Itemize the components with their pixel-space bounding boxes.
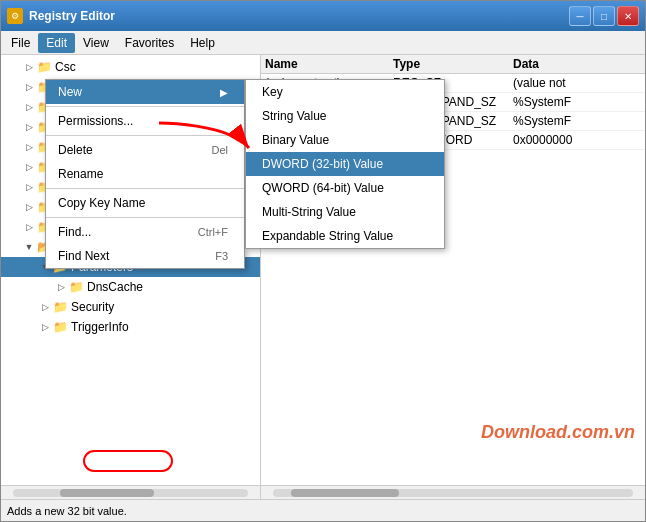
submenu-qword-value[interactable]: QWORD (64-bit) Value [246,176,444,200]
menu-favorites[interactable]: Favorites [117,33,182,53]
tree-item-dnscachesubkey[interactable]: ▷ 📁 DnsCache [1,277,260,297]
submenu-qword-value-label: QWORD (64-bit) Value [262,181,384,195]
delete-label: Delete [58,143,93,157]
expander-dclocator: ▷ [21,102,37,112]
expander-cscservice: ▷ [21,82,37,92]
window-controls: ─ □ ✕ [569,6,639,26]
tree-label-security: Security [71,300,114,314]
tree-label-triggerinfo: TriggerInfo [71,320,129,334]
expander-disk: ▷ [21,222,37,232]
expander-security: ▷ [37,302,53,312]
folder-icon-dnscachesubkey: 📁 [69,280,84,294]
folder-icon-security: 📁 [53,300,68,314]
edit-menu-rename[interactable]: Rename [46,162,244,186]
menu-file[interactable]: File [3,33,38,53]
row2-data: %SystemF [513,95,641,109]
separator-4 [46,217,244,218]
left-scrollbar-thumb [60,489,154,497]
submenu-binary-value-label: Binary Value [262,133,329,147]
main-content: ▷ 📁 Csc ▷ 📁 CscService ▷ 📁 DCLocator ▷ 📁 [1,55,645,485]
menu-help[interactable]: Help [182,33,223,53]
separator-2 [46,135,244,136]
col-data: Data [513,57,641,71]
row4-data: 0x0000000 [513,133,641,147]
close-button[interactable]: ✕ [617,6,639,26]
delete-shortcut: Del [211,144,228,156]
submenu-string-value[interactable]: String Value [246,104,444,128]
app-icon: ⚙ [7,8,23,24]
find-next-shortcut: F3 [215,250,228,262]
expander-discache: ▷ [21,202,37,212]
edit-menu-find-next[interactable]: Find Next F3 [46,244,244,268]
permissions-label: Permissions... [58,114,133,128]
rename-label: Rename [58,167,103,181]
statusbar: Adds a new 32 bit value. [1,499,645,521]
menu-view[interactable]: View [75,33,117,53]
edit-menu[interactable]: New ▶ Permissions... Delete Del Rename C… [45,79,245,269]
tree-item-triggerinfo[interactable]: ▷ 📁 TriggerInfo [1,317,260,337]
edit-menu-new[interactable]: New ▶ [46,80,244,104]
tree-item-csc[interactable]: ▷ 📁 Csc [1,57,260,77]
right-scrollbar-track [273,489,633,497]
submenu-key[interactable]: Key [246,80,444,104]
tree-label-dnscachesubkey: DnsCache [87,280,143,294]
submenu-key-label: Key [262,85,283,99]
find-label: Find... [58,225,91,239]
left-scrollbar[interactable] [1,486,261,499]
title-bar: ⚙ Registry Editor ─ □ ✕ [1,1,645,31]
folder-icon-triggerinfo: 📁 [53,320,68,334]
submenu-dword-value[interactable]: DWORD (32-bit) Value [246,152,444,176]
submenu-binary-value[interactable]: Binary Value [246,128,444,152]
registry-editor-window: ⚙ Registry Editor ─ □ ✕ File Edit View F… [0,0,646,522]
submenu-expandable-string-label: Expandable String Value [262,229,393,243]
row3-data: %SystemF [513,114,641,128]
right-scrollbar-thumb [291,489,399,497]
minimize-button[interactable]: ─ [569,6,591,26]
maximize-button[interactable]: □ [593,6,615,26]
expander-defragsvc: ▷ [21,142,37,152]
submenu-string-value-label: String Value [262,109,326,123]
expander-csc: ▷ [21,62,37,72]
copy-key-name-label: Copy Key Name [58,196,145,210]
menu-edit[interactable]: Edit [38,33,75,53]
window-title: Registry Editor [29,9,115,23]
find-next-label: Find Next [58,249,109,263]
expander-dcomlaunch: ▷ [21,122,37,132]
separator-1 [46,106,244,107]
scrollbar-container [1,485,645,499]
table-header: Name Type Data [261,55,645,74]
left-scrollbar-track [13,489,248,497]
expander-dnscachesubkey: ▷ [53,282,69,292]
tree-item-security[interactable]: ▷ 📁 Security [1,297,260,317]
find-shortcut: Ctrl+F [198,226,228,238]
separator-3 [46,188,244,189]
row1-data: (value not [513,76,641,90]
right-scrollbar[interactable] [261,486,645,499]
statusbar-text: Adds a new 32 bit value. [7,505,127,517]
col-name: Name [265,57,393,71]
submenu-expandable-string[interactable]: Expandable String Value [246,224,444,248]
edit-menu-delete[interactable]: Delete Del [46,138,244,162]
submenu-dword-value-label: DWORD (32-bit) Value [262,157,383,171]
expander-dnscache: ▼ [21,242,37,252]
edit-menu-permissions[interactable]: Permissions... [46,109,244,133]
expander-dhcp: ▷ [21,182,37,192]
folder-icon-csc: 📁 [37,60,52,74]
edit-menu-copy-key-name[interactable]: Copy Key Name [46,191,244,215]
submenu-multi-string-label: Multi-String Value [262,205,356,219]
submenu-multi-string[interactable]: Multi-String Value [246,200,444,224]
menubar: File Edit View Favorites Help [1,31,645,55]
expander-triggerinfo: ▷ [37,322,53,332]
edit-menu-find[interactable]: Find... Ctrl+F [46,220,244,244]
edit-menu-new-label: New [58,85,82,99]
new-submenu[interactable]: Key String Value Binary Value DWORD (32-… [245,79,445,249]
col-type: Type [393,57,513,71]
expander-dfsc: ▷ [21,162,37,172]
new-arrow-icon: ▶ [220,87,228,98]
tree-label-csc: Csc [55,60,76,74]
